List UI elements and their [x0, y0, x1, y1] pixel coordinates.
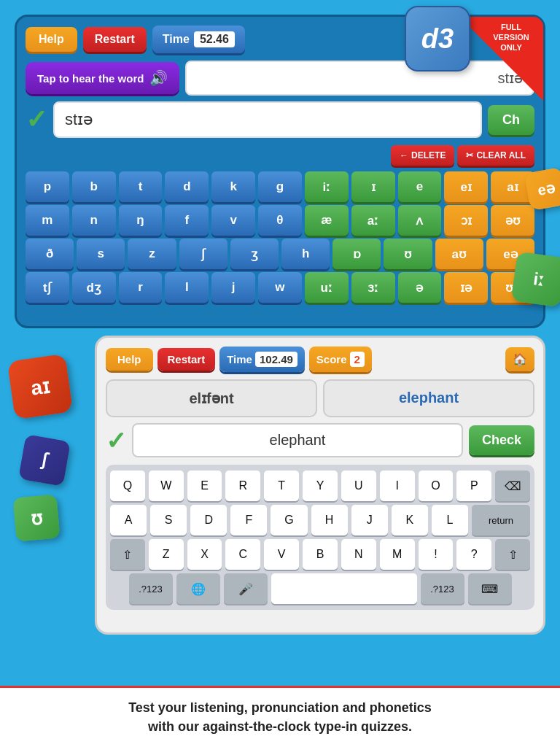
key-s[interactable]: s	[77, 239, 125, 269]
key-j[interactable]: j	[211, 272, 255, 303]
float-ea-tile[interactable]: eə	[524, 167, 560, 211]
check-button-bottom[interactable]: Check	[469, 425, 534, 455]
key-oi[interactable]: ɔɪ	[444, 205, 488, 236]
key-p[interactable]: p	[26, 171, 69, 202]
key-along[interactable]: aː	[351, 205, 395, 236]
key-schwa[interactable]: ə	[398, 272, 442, 303]
key-ia[interactable]: ɪə	[444, 272, 488, 303]
key-h[interactable]: H	[311, 505, 348, 535]
key-q[interactable]: Q	[110, 471, 145, 501]
key-wedge[interactable]: ʌ	[398, 205, 442, 236]
key-g[interactable]: g	[258, 171, 302, 202]
return-key[interactable]: return	[472, 505, 530, 535]
key-f[interactable]: F	[230, 505, 267, 535]
keyboard-key[interactable]: ⌨	[468, 573, 512, 604]
key-quest[interactable]: ?	[456, 539, 491, 570]
clear-all-button[interactable]: ✂ CLEAR ALL	[457, 145, 534, 166]
key-3r[interactable]: ɜː	[351, 272, 395, 303]
shift-key-r[interactable]: ⇧	[495, 539, 530, 570]
key-z[interactable]: Z	[149, 539, 184, 570]
num-key-left[interactable]: .?123	[129, 573, 173, 604]
key-b[interactable]: b	[72, 171, 116, 202]
key-ei[interactable]: eɪ	[444, 171, 488, 202]
key-sh[interactable]: ʃ	[179, 239, 228, 269]
restart-button-bottom[interactable]: Restart	[158, 348, 216, 371]
key-m[interactable]: M	[380, 539, 415, 570]
key-n[interactable]: n	[72, 205, 116, 236]
key-z[interactable]: z	[128, 239, 176, 269]
key-w[interactable]: W	[149, 471, 184, 501]
key-t[interactable]: T	[264, 471, 299, 501]
key-ch[interactable]: tʃ	[26, 272, 69, 303]
key-ulong[interactable]: uː	[305, 272, 349, 303]
tap-to-hear-button[interactable]: Tap to hear the word 🔊	[26, 62, 179, 94]
key-c[interactable]: C	[225, 539, 260, 570]
checkmark-bottom: ✓	[106, 426, 126, 455]
key-b[interactable]: B	[303, 539, 338, 570]
key-j[interactable]: J	[351, 505, 388, 535]
restart-button[interactable]: Restart	[83, 27, 147, 52]
delete-button[interactable]: ← DELETE	[391, 145, 454, 166]
key-l[interactable]: L	[432, 505, 468, 535]
key-u[interactable]: ʊ	[384, 239, 432, 269]
num-key-right[interactable]: .?123	[421, 573, 464, 604]
key-m[interactable]: m	[26, 205, 69, 236]
key-g[interactable]: G	[271, 505, 307, 535]
float-ix-tile[interactable]: iː	[511, 252, 560, 308]
check-button[interactable]: Ch	[488, 105, 534, 135]
key-p[interactable]: P	[456, 471, 491, 501]
key-ou[interactable]: əʊ	[491, 205, 534, 236]
key-e[interactable]: E	[187, 471, 222, 501]
key-u[interactable]: U	[341, 471, 376, 501]
answer-input-bottom[interactable]: elephant	[132, 423, 463, 457]
key-th[interactable]: θ	[258, 205, 302, 236]
key-f[interactable]: f	[165, 205, 209, 236]
key-e[interactable]: e	[398, 171, 442, 202]
key-t[interactable]: t	[119, 171, 163, 202]
float-ai-tile[interactable]: aɪ	[7, 354, 73, 419]
key-k[interactable]: k	[211, 171, 255, 202]
bottom-toolbar: Help Restart Time 102.49 Score 2 🏠	[106, 347, 534, 372]
key-r[interactable]: R	[225, 471, 260, 501]
key-r[interactable]: r	[119, 272, 163, 303]
mic-key[interactable]: 🎤	[224, 573, 268, 604]
float-u-tile[interactable]: ʊ	[12, 494, 60, 541]
key-dh[interactable]: ð	[26, 239, 74, 269]
key-o[interactable]: O	[419, 471, 454, 501]
key-v[interactable]: V	[264, 539, 299, 570]
key-ae[interactable]: æ	[305, 205, 349, 236]
ios-bottom-row: .?123 🌐 🎤 .?123 ⌨	[110, 573, 530, 604]
key-backspace[interactable]: ⌫	[495, 471, 530, 501]
key-k[interactable]: K	[392, 505, 428, 535]
key-l[interactable]: l	[165, 272, 209, 303]
key-h[interactable]: h	[281, 239, 330, 269]
answer-input[interactable]: stɪə	[53, 101, 482, 138]
key-d[interactable]: D	[190, 505, 227, 535]
key-x[interactable]: X	[187, 539, 222, 570]
key-n[interactable]: N	[341, 539, 376, 570]
key-w[interactable]: w	[258, 272, 302, 303]
help-button-bottom[interactable]: Help	[106, 348, 153, 371]
globe-key[interactable]: 🌐	[176, 573, 220, 604]
time-value-bottom: 102.49	[255, 352, 298, 367]
key-d[interactable]: d	[165, 171, 209, 202]
key-dj[interactable]: dʒ	[72, 272, 116, 303]
key-excl[interactable]: !	[419, 539, 454, 570]
key-zh[interactable]: ʒ	[230, 239, 279, 269]
key-ng[interactable]: ŋ	[119, 205, 163, 236]
shift-key[interactable]: ⇧	[110, 539, 145, 570]
help-button[interactable]: Help	[26, 27, 77, 52]
home-button[interactable]: 🏠	[505, 347, 534, 371]
key-y[interactable]: Y	[303, 471, 338, 501]
key-i[interactable]: ɪ	[351, 171, 395, 202]
key-i[interactable]: I	[380, 471, 415, 501]
key-ilong[interactable]: iː	[305, 171, 349, 202]
key-v[interactable]: v	[211, 205, 255, 236]
space-key[interactable]	[271, 573, 417, 604]
key-au[interactable]: aʊ	[435, 239, 483, 269]
footer-text: Test your listening, pronunciation and p…	[128, 699, 432, 735]
key-a[interactable]: A	[110, 505, 147, 535]
key-s[interactable]: S	[150, 505, 187, 535]
float-sh-tile[interactable]: ʃ	[18, 434, 71, 487]
key-o[interactable]: ɒ	[332, 239, 381, 269]
